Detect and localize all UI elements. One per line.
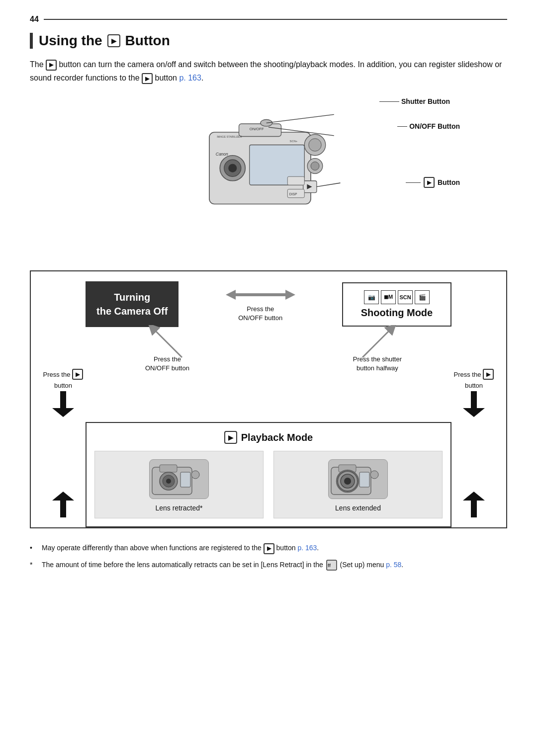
svg-text:SCN+: SCN+	[290, 140, 298, 143]
cm-mode-icon: ◼M	[381, 290, 396, 304]
extended-cam-svg	[329, 460, 388, 499]
shooting-mode-title: Shooting Mode	[354, 307, 440, 319]
down-arrow-right	[463, 391, 485, 417]
diag-left: Press theON/OFF button	[145, 325, 189, 373]
svg-point-42	[191, 471, 199, 479]
svg-line-27	[152, 328, 182, 357]
middle-arrows: Press theON/OFF button	[179, 286, 342, 323]
svg-point-10	[309, 139, 322, 152]
svg-text:ff: ff	[328, 563, 331, 568]
svg-text:ON/OFF: ON/OFF	[250, 127, 264, 131]
intro-part1: button can turn the camera on/off and sw…	[30, 60, 502, 82]
svg-point-50	[370, 471, 378, 479]
down-arrow-left	[52, 391, 74, 417]
playback-title: ▶ Playback Mode	[94, 431, 443, 444]
intro-paragraph: The ▶ button can turn the camera on/off …	[30, 58, 507, 84]
fn1-link[interactable]: p. 163	[297, 544, 317, 552]
left-vert: Press the ▶ button	[41, 369, 86, 417]
play-icon-left: ▶	[72, 369, 83, 380]
svg-marker-25	[285, 290, 295, 300]
svg-point-40	[166, 479, 171, 484]
camera-off-line1: Turning	[96, 290, 168, 304]
svg-marker-51	[463, 492, 485, 501]
title-text: Using the	[39, 33, 102, 49]
footnote-2-bullet: *	[30, 559, 37, 571]
press-shutter-label: Press the shutterbutton halfway	[353, 355, 402, 373]
up-arrow-right-col	[451, 422, 496, 527]
shutter-button-label: Shutter Button	[379, 97, 450, 105]
svg-text:DISP: DISP	[289, 192, 297, 196]
svg-rect-52	[471, 501, 477, 517]
svg-line-20	[267, 115, 334, 123]
section-heading: Using the ▶ Button	[39, 33, 170, 49]
intro-link[interactable]: p. 163	[179, 74, 201, 82]
svg-text:IMAGE STABILIZER: IMAGE STABILIZER	[217, 135, 242, 138]
left-col-top	[41, 281, 86, 369]
fn1-text1: May operate differently than above when …	[42, 544, 262, 552]
press-onoff-label2: Press theON/OFF button	[145, 355, 189, 373]
play-icon-right: ▶	[483, 369, 494, 380]
footnote-2-text: The amount of time before the lens autom…	[42, 559, 403, 571]
playback-content: ▶ Playback Mode	[86, 422, 451, 527]
up-arrow-left-col	[41, 422, 86, 527]
camera-mode-icon: 📷	[364, 290, 379, 304]
svg-point-12	[311, 162, 319, 170]
camera-diagram: ON/OFF Canon SCN+ DISP	[30, 96, 507, 255]
fn1-text2: button	[276, 544, 296, 552]
svg-rect-49	[359, 472, 369, 487]
title-suffix: Button	[125, 33, 170, 49]
footnote-1: • May operate differently than above whe…	[30, 542, 507, 554]
svg-rect-32	[471, 391, 477, 409]
svg-line-29	[362, 328, 392, 357]
footnote-1-bullet: •	[30, 542, 37, 554]
fn2-link[interactable]: p. 58	[386, 561, 401, 569]
lens-retracted-img	[149, 459, 209, 499]
svg-line-22	[317, 183, 341, 187]
lens-extended-box: Lens extended	[273, 451, 443, 518]
playback-play-icon: ▶	[224, 431, 237, 444]
svg-point-2	[261, 120, 272, 127]
shooting-icons: 📷 ◼M SCN 🎬	[354, 290, 440, 304]
up-arrow-left	[52, 492, 74, 517]
onoff-button-label: ON/OFF Button	[397, 122, 460, 130]
play-button-label: ▶ Button	[406, 177, 460, 188]
svg-rect-41	[180, 472, 190, 487]
video-mode-icon: 🎬	[415, 290, 430, 304]
press-right-label: Press the ▶ button	[451, 369, 496, 389]
camera-off-box: Turning the Camera Off	[86, 281, 179, 327]
diag-right: Press the shutterbutton halfway	[353, 325, 402, 373]
flow-diagram: Turning the Camera Off Press theON/OFF b…	[30, 270, 507, 528]
svg-rect-24	[235, 293, 286, 296]
retracted-cam-svg	[150, 460, 209, 499]
up-arrow-right	[463, 492, 485, 517]
svg-point-7	[228, 164, 237, 172]
svg-marker-23	[226, 290, 236, 300]
playback-box: ▶ Playback Mode	[86, 422, 451, 527]
svg-rect-18	[287, 177, 304, 185]
lens-extended-img	[328, 459, 388, 499]
lens-retracted-box: Lens retracted*	[94, 451, 264, 518]
svg-rect-35	[60, 501, 66, 517]
press-left-label: Press the ▶ button	[41, 369, 86, 389]
play-icon-inline: ▶	[46, 60, 57, 71]
footnote-2: * The amount of time before the lens aut…	[30, 559, 507, 571]
scn-mode-icon: SCN	[398, 290, 413, 304]
setup-icon: ff	[326, 560, 337, 571]
right-vert: Press the ▶ button	[451, 369, 496, 417]
camera-off-line2: the Camera Off	[96, 304, 168, 318]
lens-retracted-label: Lens retracted*	[156, 504, 203, 512]
section-title: Using the ▶ Button	[30, 33, 507, 49]
svg-marker-31	[52, 408, 74, 417]
page-number: 44	[30, 15, 507, 24]
lens-extended-label: Lens extended	[335, 504, 381, 512]
press-onoff-label: Press theON/OFF button	[238, 305, 282, 323]
right-col-top	[451, 281, 496, 369]
footnote-1-text: May operate differently than above when …	[42, 542, 319, 554]
svg-text:Canon: Canon	[216, 152, 228, 157]
footnotes: • May operate differently than above whe…	[30, 542, 507, 571]
play-icon-label: ▶	[424, 177, 435, 188]
page-num-text: 44	[30, 15, 39, 24]
intro-part2: button	[155, 74, 177, 82]
svg-point-47	[344, 478, 351, 485]
fn2-text1: The amount of time before the lens autom…	[42, 561, 323, 569]
